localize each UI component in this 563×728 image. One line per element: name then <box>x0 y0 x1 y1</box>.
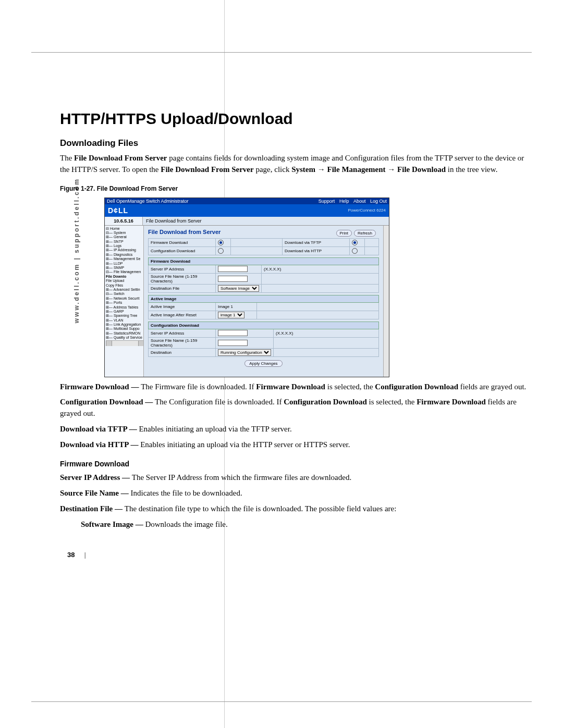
tree-item[interactable]: ⊞— LLDP <box>106 262 143 266</box>
shot-titlebar-text: Dell OpenManage Switch Administrator <box>107 199 189 204</box>
dl-tftp-label: Download via TFTP <box>283 238 350 246</box>
text: is selected, the <box>325 382 375 391</box>
bold-text: Configuration Download — <box>60 398 155 406</box>
breadcrumb: File Download from Server <box>143 217 205 225</box>
print-button[interactable]: Print <box>336 230 352 237</box>
shot-body: ⊟ Home ⊟— System ⊞— General ⊞— SNTP ⊞— L… <box>105 226 389 377</box>
tree-item[interactable]: ⊟— System <box>106 231 143 235</box>
text: page, click <box>254 165 291 174</box>
tree-item[interactable]: ⊞— Management Se <box>106 257 143 261</box>
fw-download-table: Firmware Download Server IP Address (X.X… <box>148 257 379 293</box>
tree-item[interactable]: ⊞— Network Securit <box>106 297 143 301</box>
tree-item[interactable]: ⊟— Switch <box>106 292 143 296</box>
bold-text: Download via TFTP — <box>60 425 139 433</box>
fw-download-radio[interactable] <box>218 240 224 245</box>
bold-text: Server IP Address — <box>60 473 132 482</box>
bold-text: Source File Name — <box>60 489 131 497</box>
text: The <box>60 154 74 162</box>
tree-item[interactable]: ⊞— Multicast Suppo <box>106 327 143 331</box>
dl-http-radio[interactable] <box>352 248 358 254</box>
active-image-reset-label: Active Image After Reset <box>149 311 216 319</box>
cfg-dest-label: Destination <box>149 348 216 356</box>
nav-tree[interactable]: ⊟ Home ⊟— System ⊞— General ⊞— SNTP ⊞— L… <box>105 226 144 377</box>
support-link[interactable]: Support <box>319 199 335 204</box>
tree-item[interactable]: ⊞— Statistics/RMON <box>106 331 143 336</box>
refresh-button[interactable]: Refresh <box>354 230 376 237</box>
tree-item[interactable]: ⊞— VLAN <box>106 318 143 323</box>
arrow: → <box>386 165 398 174</box>
shot-titlebar-links: Support Help About Log Out <box>315 199 387 204</box>
tree-item[interactable]: File Upload <box>106 279 143 283</box>
text: in the tree view. <box>446 165 497 174</box>
dell-logo: D¢LL <box>108 206 128 215</box>
active-image-label: Active Image <box>149 302 216 311</box>
model-text: PowerConnect 6224 <box>348 208 386 213</box>
tree-item[interactable]: ⊞— Diagnostics <box>106 253 143 257</box>
shot-titlebar: Dell OpenManage Switch Administrator Sup… <box>105 198 389 204</box>
cfg-dest-select[interactable]: Running Configuration <box>218 349 271 356</box>
tree-item[interactable]: ⊞— SNMP <box>106 266 143 270</box>
main-scrollbar[interactable] <box>383 226 389 377</box>
page-number-bar: | <box>84 551 86 559</box>
cfg-dl-header: Configuration Download <box>149 322 379 329</box>
about-link[interactable]: About <box>353 199 366 204</box>
tree-item[interactable]: ⊞— Link Aggregation <box>106 323 143 327</box>
tree-item[interactable]: ⊞— Logs <box>106 244 143 248</box>
shot-brand-bar: D¢LL PowerConnect 6224 <box>105 204 389 217</box>
sip-desc: Server IP Address — The Server IP Addres… <box>60 472 532 484</box>
tree-item-selected[interactable]: File Downlo <box>106 275 143 279</box>
logout-link[interactable]: Log Out <box>370 199 387 204</box>
tree-item[interactable]: ⊟ Home <box>106 227 143 231</box>
help-link[interactable]: Help <box>339 199 349 204</box>
cfg-download-label: Configuration Download <box>149 246 216 255</box>
tree-item[interactable]: ⊞— GARP <box>106 310 143 314</box>
bold-text: Download via HTTP — <box>60 440 140 449</box>
bold-text: File Download <box>397 165 446 174</box>
active-image-header: Active Image <box>149 295 379 302</box>
tree-item[interactable]: ⊟— File Managemen <box>106 270 143 274</box>
active-image-value: Image 1 <box>216 302 257 311</box>
tree-item[interactable]: ⊞— Advanced Settin <box>106 288 143 292</box>
si-desc: Software Image — Downloads the image fil… <box>81 519 532 530</box>
page-number: 38| <box>67 551 532 559</box>
text: Enables initiating an upload via the TFT… <box>139 425 291 433</box>
text: Indicates the file to be downloaded. <box>131 489 242 497</box>
df-desc: Destination File — The destination file … <box>60 503 532 515</box>
active-image-table: Active Image Active Image Image 1 Active… <box>148 295 379 319</box>
tree-item[interactable]: ⊞— IP Addressing <box>106 248 143 252</box>
tree-item[interactable]: ⊞— Spanning Tree <box>106 314 143 318</box>
figure-caption: Figure 1-27. File Download From Server <box>60 185 532 192</box>
dest-file-label: Destination File <box>149 284 216 292</box>
cfg-server-ip-input[interactable] <box>218 330 248 336</box>
tree-item[interactable]: ⊞— Ports <box>106 301 143 305</box>
server-ip-input[interactable] <box>218 266 248 272</box>
dl-tftp-radio[interactable] <box>352 240 358 245</box>
heading-3: Firmware Download <box>60 460 532 468</box>
tree-item[interactable]: ⊞— Address Tables <box>106 305 143 310</box>
text: The Server IP Address from which the fir… <box>132 473 351 482</box>
cfg-download-radio[interactable] <box>218 248 224 254</box>
tree-scrollbar[interactable] <box>106 340 144 346</box>
arrow: → <box>315 165 327 174</box>
cfg-src-file-label: Source File Name (1-159 Characters) <box>149 337 216 348</box>
bold-text: System <box>291 165 315 174</box>
cd-desc: Configuration Download — The Configurati… <box>60 397 532 419</box>
apply-changes-button[interactable]: Apply Changes <box>244 360 282 367</box>
active-image-reset-select[interactable]: image 1 <box>218 312 244 318</box>
cfg-src-file-input[interactable] <box>218 340 248 346</box>
tree-item[interactable]: ⊞— Quality of Service <box>106 336 143 340</box>
tree-item[interactable]: ⊞— SNTP <box>106 240 143 244</box>
tree-item[interactable]: ⊞— General <box>106 235 143 239</box>
bold-text: File Management <box>327 165 385 174</box>
dl-http-label: Download via HTTP <box>283 246 350 255</box>
sfn-desc: Source File Name — Indicates the file to… <box>60 488 532 499</box>
tree-item[interactable]: Copy Files <box>106 283 143 288</box>
tftp-desc: Download via TFTP — Enables initiating a… <box>60 424 532 435</box>
src-file-input[interactable] <box>218 276 248 282</box>
text: The Configuration file is downloaded. If <box>155 398 284 406</box>
text: is selected, the <box>367 398 417 406</box>
cfg-download-table: Configuration Download Server IP Address… <box>148 322 379 357</box>
screenshot: Dell OpenManage Switch Administrator Sup… <box>104 198 389 377</box>
dest-file-select[interactable]: Software Image <box>218 285 259 292</box>
fw-desc: Firmware Download — The Firmware file is… <box>60 381 532 393</box>
